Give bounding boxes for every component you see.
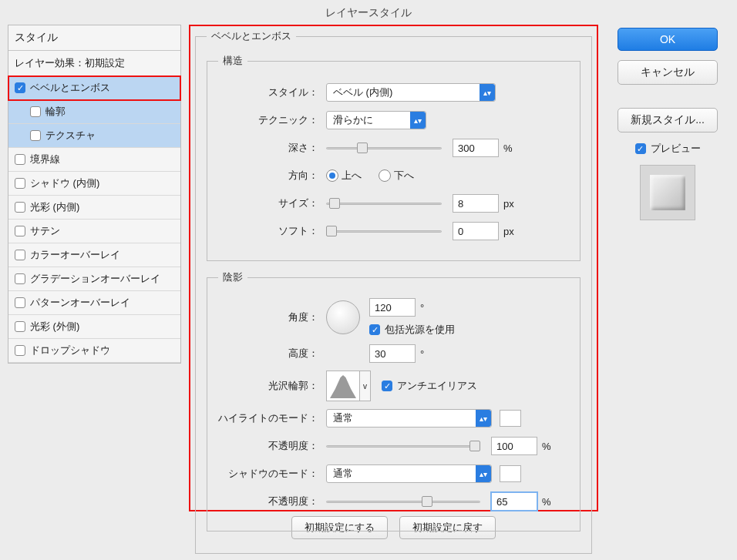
style-checkbox[interactable] bbox=[15, 250, 25, 260]
new-style-button[interactable]: 新規スタイル... bbox=[618, 108, 718, 132]
style-item-3[interactable]: 境界線 bbox=[8, 148, 180, 172]
style-item-9[interactable]: パターンオーバーレイ bbox=[8, 291, 180, 315]
soft-slider[interactable] bbox=[326, 226, 442, 236]
style-item-label: カラーオーバーレイ bbox=[30, 248, 120, 262]
shading-legend: 陰影 bbox=[218, 270, 247, 284]
depth-label: 深さ： bbox=[218, 141, 326, 155]
angle-dial[interactable] bbox=[326, 300, 360, 334]
style-checkbox[interactable] bbox=[15, 154, 25, 165]
shadow-opacity-input[interactable]: 65 bbox=[491, 492, 537, 511]
style-item-label: グラデーションオーバーレイ bbox=[30, 272, 160, 286]
style-item-label: シャドウ (内側) bbox=[30, 176, 99, 190]
global-light-checkbox[interactable]: ✓ bbox=[369, 324, 380, 335]
style-item-label: サテン bbox=[30, 224, 60, 238]
style-item-6[interactable]: サテン bbox=[8, 220, 180, 243]
style-item-label: 境界線 bbox=[30, 153, 60, 166]
style-checkbox[interactable] bbox=[15, 178, 25, 189]
style-item-11[interactable]: ドロップシャドウ bbox=[8, 339, 180, 363]
gloss-contour-picker[interactable] bbox=[326, 371, 360, 401]
direction-down-radio[interactable] bbox=[379, 169, 391, 182]
style-item-label: 輪郭 bbox=[45, 105, 66, 119]
style-item-label: 光彩 (外側) bbox=[30, 320, 79, 334]
style-item-10[interactable]: 光彩 (外側) bbox=[8, 315, 180, 339]
depth-unit: % bbox=[503, 143, 513, 154]
soft-label: ソフト： bbox=[218, 224, 326, 238]
style-item-8[interactable]: グラデーションオーバーレイ bbox=[8, 267, 180, 291]
style-item-label: パターンオーバーレイ bbox=[30, 296, 130, 310]
soft-unit: px bbox=[503, 226, 514, 237]
preview-label: プレビュー bbox=[651, 142, 701, 156]
highlight-opacity-label: 不透明度： bbox=[218, 439, 326, 453]
style-checkbox[interactable] bbox=[30, 106, 41, 117]
gloss-contour-dropdown[interactable]: v bbox=[360, 371, 371, 401]
highlight-opacity-input[interactable]: 100 bbox=[491, 437, 537, 455]
styles-header: スタイル bbox=[8, 25, 180, 51]
section-bevel-emboss: ベベルとエンボス bbox=[207, 29, 296, 43]
style-item-5[interactable]: 光彩 (内側) bbox=[8, 196, 180, 220]
style-item-2[interactable]: テクスチャ bbox=[8, 124, 180, 148]
depth-input[interactable]: 300 bbox=[453, 139, 499, 157]
altitude-unit: ° bbox=[420, 348, 424, 360]
ok-button[interactable]: OK bbox=[618, 28, 718, 51]
style-checkbox[interactable] bbox=[15, 321, 25, 332]
structure-legend: 構造 bbox=[218, 54, 247, 68]
style-item-0[interactable]: ✓ベベルとエンボス bbox=[8, 76, 180, 100]
style-label: スタイル： bbox=[218, 86, 326, 99]
soft-input[interactable]: 0 bbox=[453, 222, 499, 240]
technique-select[interactable]: 滑らかに▴▾ bbox=[326, 111, 426, 129]
direction-down-label: 下へ bbox=[394, 169, 414, 183]
styles-list: スタイル レイヤー効果：初期設定 ✓ベベルとエンボス輪郭テクスチャ境界線シャドウ… bbox=[8, 25, 181, 364]
size-unit: px bbox=[503, 198, 514, 210]
chevron-updown-icon: ▴▾ bbox=[476, 465, 491, 482]
cancel-button[interactable]: キャンセル bbox=[618, 60, 718, 85]
direction-up-radio[interactable] bbox=[326, 169, 338, 182]
angle-label: 角度： bbox=[218, 310, 326, 324]
size-slider[interactable] bbox=[326, 198, 442, 209]
antialias-checkbox[interactable]: ✓ bbox=[382, 381, 392, 391]
gloss-contour-label: 光沢輪郭： bbox=[218, 379, 326, 393]
style-checkbox[interactable] bbox=[30, 130, 41, 141]
shadow-mode-label: シャドウのモード： bbox=[218, 467, 326, 481]
shadow-mode-select[interactable]: 通常▴▾ bbox=[326, 464, 492, 483]
size-input[interactable]: 8 bbox=[453, 194, 499, 213]
shadow-opacity-label: 不透明度： bbox=[218, 495, 326, 508]
style-checkbox[interactable] bbox=[15, 345, 25, 356]
depth-slider[interactable] bbox=[326, 143, 442, 153]
size-label: サイズ： bbox=[218, 196, 326, 210]
shadow-opacity-slider[interactable] bbox=[326, 496, 480, 507]
style-checkbox[interactable] bbox=[15, 297, 25, 308]
angle-unit: ° bbox=[420, 302, 424, 314]
preview-checkbox[interactable]: ✓ bbox=[635, 143, 646, 154]
chevron-updown-icon: ▴▾ bbox=[410, 112, 426, 129]
chevron-updown-icon: ▴▾ bbox=[476, 410, 491, 427]
altitude-input[interactable]: 30 bbox=[369, 344, 416, 363]
blending-options[interactable]: レイヤー効果：初期設定 bbox=[8, 51, 180, 76]
antialias-label: アンチエイリアス bbox=[397, 379, 477, 393]
technique-label: テクニック： bbox=[218, 113, 326, 127]
style-checkbox[interactable] bbox=[15, 273, 25, 284]
style-checkbox[interactable]: ✓ bbox=[15, 82, 25, 93]
style-item-label: ドロップシャドウ bbox=[30, 344, 110, 357]
highlight-color-swatch[interactable] bbox=[500, 410, 521, 427]
style-checkbox[interactable] bbox=[15, 226, 25, 236]
dialog-title: レイヤースタイル bbox=[0, 0, 737, 25]
shadow-color-swatch[interactable] bbox=[500, 465, 521, 482]
highlight-opacity-slider[interactable] bbox=[326, 441, 480, 451]
style-item-1[interactable]: 輪郭 bbox=[8, 100, 180, 124]
chevron-updown-icon: ▴▾ bbox=[480, 84, 495, 101]
style-item-4[interactable]: シャドウ (内側) bbox=[8, 172, 180, 196]
highlight-mode-label: ハイライトのモード： bbox=[218, 411, 326, 425]
style-item-label: テクスチャ bbox=[45, 129, 96, 143]
preview-thumbnail bbox=[640, 165, 695, 220]
highlight-frame: ベベルとエンボス 構造 スタイル： ベベル (内側)▴▾ テクニック： 滑らかに… bbox=[189, 25, 598, 511]
style-item-label: ベベルとエンボス bbox=[30, 81, 110, 95]
style-item-label: 光彩 (内側) bbox=[30, 200, 79, 214]
global-light-label: 包括光源を使用 bbox=[385, 323, 455, 337]
style-item-7[interactable]: カラーオーバーレイ bbox=[8, 243, 180, 267]
altitude-label: 高度： bbox=[218, 347, 326, 360]
style-checkbox[interactable] bbox=[15, 202, 25, 213]
direction-up-label: 上へ bbox=[342, 169, 362, 183]
style-select[interactable]: ベベル (内側)▴▾ bbox=[326, 83, 496, 102]
angle-input[interactable]: 120 bbox=[369, 298, 416, 317]
highlight-mode-select[interactable]: 通常▴▾ bbox=[326, 409, 492, 428]
